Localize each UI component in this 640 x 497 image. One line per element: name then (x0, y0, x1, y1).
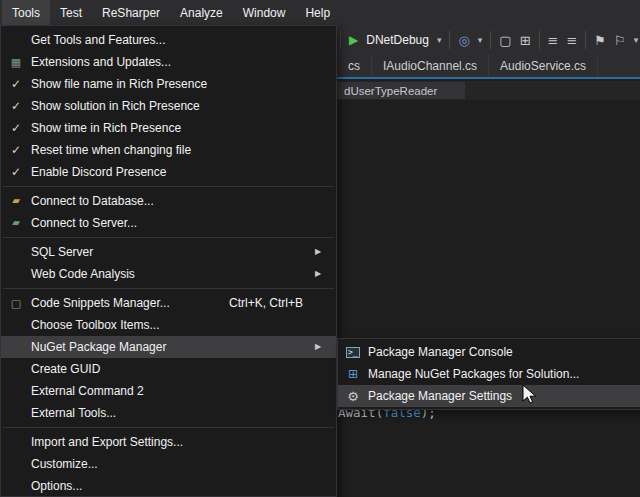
submenu-arrow-icon: ▶ (315, 270, 321, 278)
package-icon: ⊞ (348, 368, 358, 380)
tab-iaudiochannel[interactable]: IAudioChannel.cs (372, 55, 489, 77)
menu-item-label: Package Manager Console (368, 345, 513, 359)
extensions-icon: ▦ (11, 57, 21, 68)
menu-item-reset-time-when-changing-file[interactable]: ✓ Reset time when changing file (1, 139, 336, 161)
menu-item-label: Reset time when changing file (31, 143, 191, 157)
menu-item-nuget-package-manager[interactable]: NuGet Package Manager ▶ (1, 336, 336, 358)
menu-item-enable-discord-presence[interactable]: ✓ Enable Discord Presence (1, 161, 336, 183)
menu-item-label: External Command 2 (31, 384, 144, 398)
menu-item-label: SQL Server (31, 245, 93, 259)
menu-item-label: Connect to Database... (31, 194, 154, 208)
toolbar-separator (490, 31, 491, 49)
menu-item-label: Web Code Analysis (31, 267, 135, 281)
checkmark-icon: ✓ (11, 100, 21, 112)
tab-audioservice[interactable]: AudioService.cs (489, 55, 598, 77)
checkmark-icon: ✓ (11, 166, 21, 178)
menu-item-connect-to-database[interactable]: ▰ Connect to Database... (1, 190, 336, 212)
menu-item-label: Options... (31, 479, 82, 493)
menu-separator (3, 237, 334, 238)
menu-item-label: Import and Export Settings... (31, 435, 183, 449)
menu-item-get-tools-and-features[interactable]: Get Tools and Features... (1, 29, 336, 51)
menu-item-show-time-in-rich-presence[interactable]: ✓ Show time in Rich Presence (1, 117, 336, 139)
menu-item-label: Show time in Rich Presence (31, 121, 181, 135)
menu-item-import-and-export-settings[interactable]: Import and Export Settings... (1, 431, 336, 453)
attach-chevron-icon[interactable]: ▾ (478, 36, 483, 45)
menu-item-label: Create GUID (31, 362, 100, 376)
menu-item-label: Connect to Server... (31, 216, 137, 230)
menu-analyze[interactable]: Analyze (170, 0, 233, 25)
submenu-arrow-icon: ▶ (315, 248, 321, 256)
menu-resharper[interactable]: ReSharper (92, 0, 170, 25)
gear-icon: ⚙ (347, 390, 359, 403)
submenu-arrow-icon: ▶ (315, 343, 321, 351)
toolbar-separator (539, 31, 540, 49)
attach-to-process-icon[interactable]: ◎ (458, 34, 469, 47)
visual-studio-window: context, string input, Await(false); d.I… (0, 0, 640, 497)
menu-item-label: Show file name in Rich Presence (31, 77, 207, 91)
outdent-icon[interactable]: ≡ (548, 34, 559, 47)
server-icon: ▰ (12, 218, 20, 228)
add-window-icon[interactable]: ⊞ (520, 34, 531, 47)
menu-item-label: Customize... (31, 457, 98, 471)
menu-item-code-snippets-manager[interactable]: ▢ Code Snippets Manager... Ctrl+K, Ctrl+… (1, 292, 336, 314)
start-debug-icon[interactable]: ▶ (349, 34, 358, 46)
menu-item-shortcut: Ctrl+K, Ctrl+B (229, 296, 315, 310)
console-icon: >_ (346, 347, 360, 358)
menu-help[interactable]: Help (295, 0, 340, 25)
menu-window[interactable]: Window (233, 0, 296, 25)
menu-item-label: NuGet Package Manager (31, 340, 166, 354)
menu-item-sql-server[interactable]: SQL Server ▶ (1, 241, 336, 263)
breadcrumb-type-dropdown[interactable]: dUserTypeReader (337, 82, 465, 99)
menu-item-connect-to-server[interactable]: ▰ Connect to Server... (1, 212, 336, 234)
menu-item-extensions-and-updates[interactable]: ▦ Extensions and Updates... (1, 51, 336, 73)
breadcrumb-text: dUserTypeReader (344, 85, 437, 97)
menu-separator (3, 288, 334, 289)
menu-item-choose-toolbox-items[interactable]: Choose Toolbox Items... (1, 314, 336, 336)
menu-item-label: Choose Toolbox Items... (31, 318, 160, 332)
database-icon: ▰ (12, 196, 20, 206)
menu-item-show-file-name-in-rich-presence[interactable]: ✓ Show file name in Rich Presence (1, 73, 336, 95)
menu-item-customize[interactable]: Customize... (1, 453, 336, 475)
menu-item-label: External Tools... (31, 406, 116, 420)
run-configuration-label[interactable]: DNetDebug (366, 33, 429, 47)
tab-label: AudioService.cs (500, 59, 586, 73)
menu-item-label: Enable Discord Presence (31, 165, 166, 179)
menu-item-web-code-analysis[interactable]: Web Code Analysis ▶ (1, 263, 336, 285)
checkmark-icon: ✓ (11, 144, 21, 156)
submenu-item-manage-nuget-packages-for-solution[interactable]: ⊞ Manage NuGet Packages for Solution... (338, 363, 640, 385)
tools-menu-popup: Get Tools and Features... ▦ Extensions a… (0, 25, 337, 497)
menu-separator (3, 427, 334, 428)
menu-item-external-command-2[interactable]: External Command 2 (1, 380, 336, 402)
tab-label: IAudioChannel.cs (383, 59, 477, 73)
tab-label: cs (348, 59, 360, 73)
toolbar-overflow-chevron-icon[interactable]: ▾ (634, 36, 639, 45)
menu-tools[interactable]: Tools (2, 0, 50, 25)
menu-item-label: Show solution in Rich Presence (31, 99, 200, 113)
menu-test[interactable]: Test (50, 0, 92, 25)
menu-item-external-tools[interactable]: External Tools... (1, 402, 336, 424)
menu-item-options[interactable]: Options... (1, 475, 336, 497)
submenu-item-package-manager-settings[interactable]: ⚙ Package Manager Settings (338, 385, 640, 407)
menu-item-show-solution-in-rich-presence[interactable]: ✓ Show solution in Rich Presence (1, 95, 336, 117)
menu-item-label: Package Manager Settings (368, 389, 512, 403)
menu-item-label: Extensions and Updates... (31, 55, 171, 69)
mouse-cursor (522, 384, 538, 406)
toggle-bookmark-icon[interactable]: ⚑ (594, 34, 606, 47)
submenu-item-package-manager-console[interactable]: >_ Package Manager Console (338, 341, 640, 363)
nuget-submenu-popup: >_ Package Manager Console ⊞ Manage NuGe… (337, 338, 640, 410)
checkmark-icon: ✓ (11, 122, 21, 134)
menu-bar: Tools Test ReSharper Analyze Window Help (0, 0, 640, 25)
menu-separator (3, 186, 334, 187)
toolbar-separator (585, 31, 586, 49)
menu-item-label: Get Tools and Features... (31, 33, 166, 47)
code-snippets-icon: ▢ (11, 298, 21, 309)
indent-icon[interactable]: ≡ (566, 34, 577, 47)
bookmark-window-icon[interactable]: ⚐ (614, 34, 626, 47)
menu-item-create-guid[interactable]: Create GUID (1, 358, 336, 380)
tab-partial[interactable]: cs (337, 55, 372, 77)
toolbar-separator (340, 31, 341, 49)
run-configuration-chevron-icon[interactable]: ▾ (437, 36, 442, 45)
new-window-icon[interactable]: ▢ (499, 34, 511, 47)
menu-item-label: Manage NuGet Packages for Solution... (368, 367, 579, 381)
checkmark-icon: ✓ (11, 78, 21, 90)
